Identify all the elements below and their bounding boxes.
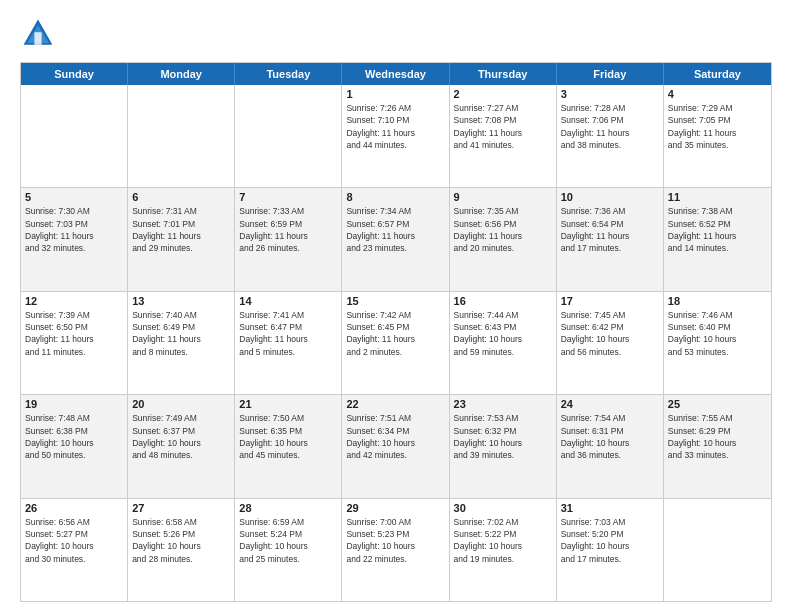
calendar-cell: 18Sunrise: 7:46 AMSunset: 6:40 PMDayligh… — [664, 292, 771, 394]
calendar-cell — [128, 85, 235, 187]
cell-info-line: Daylight: 11 hours — [132, 230, 230, 242]
cell-info-line: Sunset: 7:06 PM — [561, 114, 659, 126]
cell-info-line: Sunrise: 7:38 AM — [668, 205, 767, 217]
cell-info-line: Daylight: 10 hours — [454, 333, 552, 345]
cell-info-line: Daylight: 10 hours — [561, 437, 659, 449]
day-number: 26 — [25, 502, 123, 514]
cell-info-line: and 30 minutes. — [25, 553, 123, 565]
cell-info-line: Sunrise: 7:45 AM — [561, 309, 659, 321]
cell-info-line: and 26 minutes. — [239, 242, 337, 254]
cell-info-line: Daylight: 10 hours — [346, 540, 444, 552]
cell-info-line: and 32 minutes. — [25, 242, 123, 254]
cell-info-line: Sunset: 7:01 PM — [132, 218, 230, 230]
cell-info-line: Sunrise: 6:59 AM — [239, 516, 337, 528]
cell-info-line: Daylight: 11 hours — [346, 230, 444, 242]
calendar-cell: 5Sunrise: 7:30 AMSunset: 7:03 PMDaylight… — [21, 188, 128, 290]
cell-info-line: Daylight: 10 hours — [25, 540, 123, 552]
cell-info-line: and 42 minutes. — [346, 449, 444, 461]
day-number: 20 — [132, 398, 230, 410]
cell-info-line: Daylight: 10 hours — [25, 437, 123, 449]
cell-info-line: Sunset: 6:31 PM — [561, 425, 659, 437]
calendar-row: 5Sunrise: 7:30 AMSunset: 7:03 PMDaylight… — [21, 188, 771, 291]
day-number: 28 — [239, 502, 337, 514]
cell-info-line: Daylight: 11 hours — [561, 127, 659, 139]
cell-info-line: and 39 minutes. — [454, 449, 552, 461]
calendar-cell: 8Sunrise: 7:34 AMSunset: 6:57 PMDaylight… — [342, 188, 449, 290]
cell-info-line: Sunrise: 7:46 AM — [668, 309, 767, 321]
cell-info-line: Sunrise: 7:41 AM — [239, 309, 337, 321]
cell-info-line: Sunrise: 7:44 AM — [454, 309, 552, 321]
cell-info-line: and 56 minutes. — [561, 346, 659, 358]
day-number: 21 — [239, 398, 337, 410]
cell-info-line: and 53 minutes. — [668, 346, 767, 358]
cell-info-line: Daylight: 10 hours — [561, 540, 659, 552]
cell-info-line: and 5 minutes. — [239, 346, 337, 358]
cell-info-line: and 45 minutes. — [239, 449, 337, 461]
calendar-cell: 4Sunrise: 7:29 AMSunset: 7:05 PMDaylight… — [664, 85, 771, 187]
cell-info-line: Daylight: 11 hours — [561, 230, 659, 242]
cell-info-line: Daylight: 11 hours — [25, 333, 123, 345]
calendar-cell: 10Sunrise: 7:36 AMSunset: 6:54 PMDayligh… — [557, 188, 664, 290]
cell-info-line: Daylight: 10 hours — [561, 333, 659, 345]
cell-info-line: and 8 minutes. — [132, 346, 230, 358]
calendar-cell: 26Sunrise: 6:56 AMSunset: 5:27 PMDayligh… — [21, 499, 128, 601]
cell-info-line: and 14 minutes. — [668, 242, 767, 254]
cell-info-line: Sunset: 6:52 PM — [668, 218, 767, 230]
svg-rect-2 — [34, 32, 41, 45]
cell-info-line: and 29 minutes. — [132, 242, 230, 254]
calendar-cell: 6Sunrise: 7:31 AMSunset: 7:01 PMDaylight… — [128, 188, 235, 290]
cell-info-line: Daylight: 11 hours — [346, 333, 444, 345]
cell-info-line: and 17 minutes. — [561, 553, 659, 565]
cell-info-line: Sunrise: 7:53 AM — [454, 412, 552, 424]
cell-info-line: Daylight: 11 hours — [239, 333, 337, 345]
day-number: 17 — [561, 295, 659, 307]
cell-info-line: and 59 minutes. — [454, 346, 552, 358]
day-number: 31 — [561, 502, 659, 514]
cell-info-line: Daylight: 10 hours — [132, 540, 230, 552]
day-number: 22 — [346, 398, 444, 410]
calendar: SundayMondayTuesdayWednesdayThursdayFrid… — [20, 62, 772, 602]
calendar-cell: 15Sunrise: 7:42 AMSunset: 6:45 PMDayligh… — [342, 292, 449, 394]
cell-info-line: Sunset: 6:47 PM — [239, 321, 337, 333]
cell-info-line: Sunset: 6:37 PM — [132, 425, 230, 437]
cell-info-line: Daylight: 10 hours — [239, 540, 337, 552]
day-number: 29 — [346, 502, 444, 514]
cell-info-line: Sunrise: 7:31 AM — [132, 205, 230, 217]
calendar-cell: 17Sunrise: 7:45 AMSunset: 6:42 PMDayligh… — [557, 292, 664, 394]
calendar-cell: 11Sunrise: 7:38 AMSunset: 6:52 PMDayligh… — [664, 188, 771, 290]
cell-info-line: Sunset: 6:57 PM — [346, 218, 444, 230]
calendar-cell: 22Sunrise: 7:51 AMSunset: 6:34 PMDayligh… — [342, 395, 449, 497]
calendar-cell: 23Sunrise: 7:53 AMSunset: 6:32 PMDayligh… — [450, 395, 557, 497]
cell-info-line: and 36 minutes. — [561, 449, 659, 461]
cell-info-line: Sunrise: 7:30 AM — [25, 205, 123, 217]
cell-info-line: Sunset: 6:56 PM — [454, 218, 552, 230]
cell-info-line: Sunrise: 7:02 AM — [454, 516, 552, 528]
cell-info-line: Daylight: 11 hours — [454, 230, 552, 242]
cell-info-line: Sunset: 6:40 PM — [668, 321, 767, 333]
cell-info-line: Sunrise: 6:58 AM — [132, 516, 230, 528]
day-number: 4 — [668, 88, 767, 100]
calendar-cell: 31Sunrise: 7:03 AMSunset: 5:20 PMDayligh… — [557, 499, 664, 601]
day-number: 12 — [25, 295, 123, 307]
calendar-row: 1Sunrise: 7:26 AMSunset: 7:10 PMDaylight… — [21, 85, 771, 188]
cell-info-line: Sunrise: 7:34 AM — [346, 205, 444, 217]
cell-info-line: Sunrise: 7:50 AM — [239, 412, 337, 424]
calendar-cell: 9Sunrise: 7:35 AMSunset: 6:56 PMDaylight… — [450, 188, 557, 290]
calendar-cell: 25Sunrise: 7:55 AMSunset: 6:29 PMDayligh… — [664, 395, 771, 497]
cell-info-line: Sunset: 7:10 PM — [346, 114, 444, 126]
cell-info-line: Sunrise: 7:54 AM — [561, 412, 659, 424]
cell-info-line: Daylight: 10 hours — [668, 333, 767, 345]
day-number: 8 — [346, 191, 444, 203]
calendar-cell: 2Sunrise: 7:27 AMSunset: 7:08 PMDaylight… — [450, 85, 557, 187]
calendar-row: 26Sunrise: 6:56 AMSunset: 5:27 PMDayligh… — [21, 499, 771, 601]
cell-info-line: and 2 minutes. — [346, 346, 444, 358]
day-number: 7 — [239, 191, 337, 203]
cell-info-line: and 44 minutes. — [346, 139, 444, 151]
day-number: 5 — [25, 191, 123, 203]
day-number: 9 — [454, 191, 552, 203]
day-number: 2 — [454, 88, 552, 100]
cell-info-line: Sunrise: 7:49 AM — [132, 412, 230, 424]
day-number: 1 — [346, 88, 444, 100]
day-number: 18 — [668, 295, 767, 307]
cell-info-line: Sunset: 6:54 PM — [561, 218, 659, 230]
